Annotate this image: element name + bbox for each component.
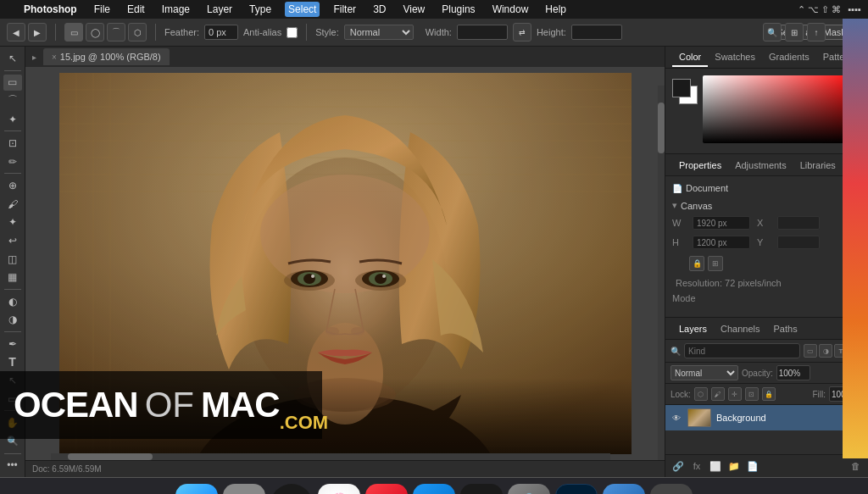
dock-finder[interactable]: 😊 <box>175 484 218 494</box>
fg-color-swatch[interactable] <box>672 79 691 97</box>
filter-adjustment[interactable]: ◑ <box>819 344 832 358</box>
width-input[interactable] <box>457 25 508 40</box>
height-input[interactable] <box>571 25 622 40</box>
lock-all-btn[interactable]: 🔒 <box>762 387 776 401</box>
toolbar-view-options[interactable]: ⊞ <box>785 23 804 42</box>
color-gradient-box[interactable] <box>703 75 861 143</box>
color-swatches[interactable] <box>672 79 698 104</box>
libraries-tab[interactable]: Libraries <box>793 157 843 174</box>
x-field[interactable] <box>777 216 820 230</box>
toolbar-share[interactable]: ↑ <box>807 23 826 42</box>
feather-input[interactable] <box>204 25 238 40</box>
swap-btn[interactable]: ⇄ <box>513 23 531 42</box>
layers-tab[interactable]: Layers <box>672 320 714 337</box>
toolbar-lasso[interactable]: ⌒ <box>107 23 125 42</box>
lock-pixels-btn[interactable]: 🖌 <box>711 387 725 401</box>
toolbar-forward-btn[interactable]: ▶ <box>28 23 47 42</box>
blend-mode-select[interactable]: Normal <box>670 365 738 380</box>
lock-artboard-btn[interactable]: ⊡ <box>745 387 759 401</box>
antialias-checkbox[interactable] <box>287 27 298 38</box>
toolbar-rect-select[interactable]: ▭ <box>64 23 83 42</box>
width-field[interactable] <box>693 216 750 230</box>
menu-plugins[interactable]: Plugins <box>438 2 478 17</box>
delete-layer-btn[interactable]: 🗑 <box>848 458 863 474</box>
dock-calendar[interactable]: 📅 <box>270 484 313 494</box>
menu-window[interactable]: Window <box>489 2 532 17</box>
dock-music[interactable]: 🎵 <box>365 484 408 494</box>
toolbar-search[interactable]: 🔍 <box>763 23 782 42</box>
dock-terminal[interactable]: >_ <box>460 484 503 494</box>
create-group-btn[interactable]: 📁 <box>726 458 742 474</box>
scrollbar-thumb-h[interactable] <box>68 453 153 460</box>
menu-view[interactable]: View <box>399 2 428 17</box>
tool-eraser[interactable]: ◫ <box>3 251 22 268</box>
layer-thumbnail[interactable] <box>687 408 711 427</box>
tool-crop[interactable]: ⊡ <box>3 135 22 152</box>
create-layer-btn[interactable]: 📄 <box>745 458 760 474</box>
menu-filter[interactable]: Filter <box>330 2 359 17</box>
canvas-arrow[interactable]: ▾ <box>672 200 677 211</box>
dock-systemprefs[interactable]: ⚙️ <box>508 484 550 494</box>
menu-file[interactable]: File <box>91 2 114 17</box>
gradients-tab[interactable]: Gradients <box>762 48 816 67</box>
toolbar-ellipse-select[interactable]: ◯ <box>86 23 104 42</box>
canvas-v-scrollbar[interactable] <box>658 86 665 460</box>
tool-blur[interactable]: ◐ <box>3 293 22 310</box>
dock-trash[interactable]: 🗑 <box>650 484 693 494</box>
canvas-tab-close[interactable]: × <box>52 53 57 62</box>
dock-photos[interactable]: 🌸 <box>318 484 360 494</box>
lock-position-btn[interactable]: ✛ <box>728 387 742 401</box>
tool-heal[interactable]: ⊕ <box>3 177 22 194</box>
tool-lasso[interactable]: ⌒ <box>3 92 22 109</box>
height-field[interactable] <box>693 236 750 249</box>
tool-more[interactable]: ••• <box>3 457 22 474</box>
tool-pen[interactable]: ✒ <box>3 336 22 352</box>
add-mask-btn[interactable]: ⬜ <box>708 458 723 474</box>
menu-help[interactable]: Help <box>542 2 570 17</box>
tabs-arrow[interactable]: ▸ <box>32 53 36 62</box>
menu-image[interactable]: Image <box>159 2 193 17</box>
toolbar-back-btn[interactable]: ◀ <box>7 23 25 42</box>
dock-appstore[interactable]: A <box>413 484 455 494</box>
canvas-tab-active[interactable]: × 15.jpg @ 100% (RGB/8) <box>43 48 170 65</box>
menu-type[interactable]: Type <box>246 2 275 17</box>
layers-search-input[interactable] <box>684 343 800 358</box>
style-select[interactable]: Normal Fixed Ratio Fixed Size <box>344 25 414 40</box>
menu-3d[interactable]: 3D <box>370 2 389 17</box>
link-layers-btn[interactable]: 🔗 <box>670 458 686 474</box>
tool-move[interactable]: ↖ <box>3 50 22 67</box>
add-style-btn[interactable]: fx <box>689 458 704 474</box>
toolbar-polygon[interactable]: ⬡ <box>128 23 147 42</box>
layer-item-background[interactable]: 👁 Background 🔒 <box>665 405 868 430</box>
color-tab[interactable]: Color <box>672 48 708 67</box>
scrollbar-thumb-v[interactable] <box>658 103 665 153</box>
filter-pixel[interactable]: ▭ <box>804 344 817 358</box>
lock-w-icon[interactable]: 🔒 <box>689 256 704 271</box>
menu-layer[interactable]: Layer <box>203 2 236 17</box>
tool-history-brush[interactable]: ↩ <box>3 232 22 249</box>
tool-quick-select[interactable]: ✦ <box>3 111 22 128</box>
tool-dodge[interactable]: ◑ <box>3 311 22 328</box>
channels-tab[interactable]: Channels <box>714 320 766 337</box>
tool-rect-select[interactable]: ▭ <box>3 75 22 92</box>
dock-photoshop[interactable]: Ps <box>555 484 598 494</box>
opacity-input[interactable] <box>776 365 810 380</box>
paths-tab[interactable]: Paths <box>767 320 804 337</box>
tool-gradient[interactable]: ▦ <box>3 269 22 286</box>
lock-canvas-icon[interactable]: ⊞ <box>708 256 723 271</box>
menu-select[interactable]: Select <box>285 2 320 17</box>
menu-edit[interactable]: Edit <box>124 2 148 17</box>
lock-transparent-btn[interactable]: ⬡ <box>694 387 708 401</box>
tool-clone[interactable]: ✦ <box>3 214 22 231</box>
menu-photoshop[interactable]: Photoshop <box>20 2 81 17</box>
tool-type[interactable]: T <box>3 354 22 371</box>
layer-visibility-toggle[interactable]: 👁 <box>670 412 682 424</box>
properties-tab[interactable]: Properties <box>672 157 728 174</box>
tool-brush[interactable]: 🖌 <box>3 196 22 213</box>
swatches-tab[interactable]: Swatches <box>708 48 762 67</box>
canvas-h-scrollbar[interactable] <box>51 453 610 460</box>
adjustments-tab[interactable]: Adjustments <box>728 157 793 174</box>
dock-folder[interactable]: 📁 <box>603 484 645 494</box>
dock-launchpad[interactable]: 🚀 <box>223 484 265 494</box>
y-field[interactable] <box>777 236 820 249</box>
